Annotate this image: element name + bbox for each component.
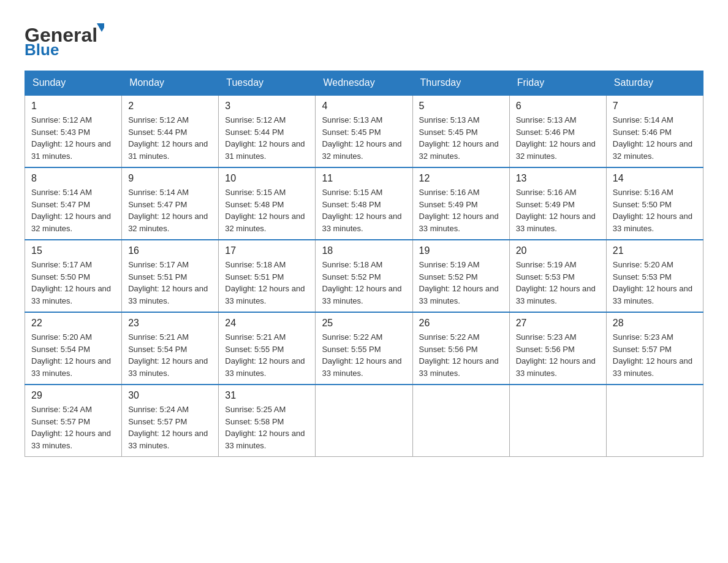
calendar-day-cell: 1 Sunrise: 5:12 AM Sunset: 5:43 PM Dayli… — [25, 95, 122, 167]
calendar-week-row: 29 Sunrise: 5:24 AM Sunset: 5:57 PM Dayl… — [25, 385, 703, 457]
calendar-day-cell: 8 Sunrise: 5:14 AM Sunset: 5:47 PM Dayli… — [25, 167, 122, 240]
calendar-day-cell: 22 Sunrise: 5:20 AM Sunset: 5:54 PM Dayl… — [25, 312, 122, 385]
day-number: 22 — [31, 318, 115, 329]
day-number: 9 — [128, 173, 212, 184]
day-number: 2 — [128, 101, 212, 112]
calendar-header-row: SundayMondayTuesdayWednesdayThursdayFrid… — [25, 71, 703, 96]
day-info: Sunrise: 5:13 AM Sunset: 5:46 PM Dayligh… — [516, 114, 600, 162]
calendar-day-cell: 13 Sunrise: 5:16 AM Sunset: 5:49 PM Dayl… — [509, 167, 606, 240]
day-of-week-wednesday: Wednesday — [316, 71, 412, 96]
calendar-day-cell — [606, 385, 703, 457]
day-number: 26 — [419, 318, 503, 329]
day-info: Sunrise: 5:24 AM Sunset: 5:57 PM Dayligh… — [31, 404, 115, 451]
logo: General Blue — [25, 18, 104, 58]
day-info: Sunrise: 5:19 AM Sunset: 5:52 PM Dayligh… — [419, 259, 503, 307]
calendar-day-cell: 6 Sunrise: 5:13 AM Sunset: 5:46 PM Dayli… — [509, 95, 606, 167]
day-info: Sunrise: 5:20 AM Sunset: 5:54 PM Dayligh… — [31, 331, 115, 379]
calendar-day-cell: 2 Sunrise: 5:12 AM Sunset: 5:44 PM Dayli… — [122, 95, 219, 167]
calendar-day-cell: 12 Sunrise: 5:16 AM Sunset: 5:49 PM Dayl… — [412, 167, 509, 240]
day-info: Sunrise: 5:16 AM Sunset: 5:49 PM Dayligh… — [419, 186, 503, 234]
day-number: 12 — [419, 173, 503, 184]
page-header: General Blue — [25, 18, 703, 58]
day-info: Sunrise: 5:21 AM Sunset: 5:55 PM Dayligh… — [225, 331, 309, 379]
day-info: Sunrise: 5:23 AM Sunset: 5:56 PM Dayligh… — [516, 331, 600, 379]
calendar-day-cell: 23 Sunrise: 5:21 AM Sunset: 5:54 PM Dayl… — [122, 312, 219, 385]
calendar-day-cell: 19 Sunrise: 5:19 AM Sunset: 5:52 PM Dayl… — [412, 240, 509, 312]
calendar-day-cell: 24 Sunrise: 5:21 AM Sunset: 5:55 PM Dayl… — [219, 312, 316, 385]
day-number: 31 — [225, 390, 309, 401]
day-number: 4 — [322, 101, 406, 112]
day-number: 7 — [613, 101, 697, 112]
day-info: Sunrise: 5:12 AM Sunset: 5:43 PM Dayligh… — [31, 114, 115, 162]
day-of-week-thursday: Thursday — [412, 71, 509, 96]
day-info: Sunrise: 5:24 AM Sunset: 5:57 PM Dayligh… — [128, 404, 212, 451]
calendar-day-cell: 30 Sunrise: 5:24 AM Sunset: 5:57 PM Dayl… — [122, 385, 219, 457]
calendar-week-row: 15 Sunrise: 5:17 AM Sunset: 5:50 PM Dayl… — [25, 240, 703, 312]
day-number: 23 — [128, 318, 212, 329]
day-number: 18 — [322, 245, 406, 256]
day-number: 17 — [225, 245, 309, 256]
day-number: 16 — [128, 245, 212, 256]
day-number: 11 — [322, 173, 406, 184]
day-info: Sunrise: 5:12 AM Sunset: 5:44 PM Dayligh… — [225, 114, 309, 162]
day-of-week-saturday: Saturday — [606, 71, 703, 96]
day-of-week-friday: Friday — [509, 71, 606, 96]
day-info: Sunrise: 5:23 AM Sunset: 5:57 PM Dayligh… — [613, 331, 697, 379]
day-number: 25 — [322, 318, 406, 329]
calendar-day-cell: 18 Sunrise: 5:18 AM Sunset: 5:52 PM Dayl… — [316, 240, 412, 312]
day-number: 15 — [31, 245, 115, 256]
day-info: Sunrise: 5:14 AM Sunset: 5:46 PM Dayligh… — [613, 114, 697, 162]
calendar-day-cell — [316, 385, 412, 457]
calendar-day-cell: 17 Sunrise: 5:18 AM Sunset: 5:51 PM Dayl… — [219, 240, 316, 312]
day-info: Sunrise: 5:21 AM Sunset: 5:54 PM Dayligh… — [128, 331, 212, 379]
day-number: 27 — [516, 318, 600, 329]
calendar-day-cell: 21 Sunrise: 5:20 AM Sunset: 5:53 PM Dayl… — [606, 240, 703, 312]
calendar-day-cell: 3 Sunrise: 5:12 AM Sunset: 5:44 PM Dayli… — [219, 95, 316, 167]
day-number: 20 — [516, 245, 600, 256]
day-info: Sunrise: 5:18 AM Sunset: 5:51 PM Dayligh… — [225, 259, 309, 307]
calendar-day-cell: 16 Sunrise: 5:17 AM Sunset: 5:51 PM Dayl… — [122, 240, 219, 312]
calendar-day-cell: 9 Sunrise: 5:14 AM Sunset: 5:47 PM Dayli… — [122, 167, 219, 240]
day-number: 13 — [516, 173, 600, 184]
day-info: Sunrise: 5:14 AM Sunset: 5:47 PM Dayligh… — [31, 186, 115, 234]
calendar-table: SundayMondayTuesdayWednesdayThursdayFrid… — [25, 71, 703, 457]
day-number: 19 — [419, 245, 503, 256]
day-info: Sunrise: 5:19 AM Sunset: 5:53 PM Dayligh… — [516, 259, 600, 307]
calendar-day-cell: 20 Sunrise: 5:19 AM Sunset: 5:53 PM Dayl… — [509, 240, 606, 312]
calendar-day-cell: 28 Sunrise: 5:23 AM Sunset: 5:57 PM Dayl… — [606, 312, 703, 385]
svg-text:Blue: Blue — [25, 40, 59, 58]
day-info: Sunrise: 5:16 AM Sunset: 5:50 PM Dayligh… — [613, 186, 697, 234]
day-number: 28 — [613, 318, 697, 329]
day-info: Sunrise: 5:22 AM Sunset: 5:56 PM Dayligh… — [419, 331, 503, 379]
day-number: 3 — [225, 101, 309, 112]
day-number: 14 — [613, 173, 697, 184]
calendar-day-cell: 4 Sunrise: 5:13 AM Sunset: 5:45 PM Dayli… — [316, 95, 412, 167]
day-of-week-tuesday: Tuesday — [219, 71, 316, 96]
logo-svg: General Blue — [25, 18, 104, 58]
calendar-day-cell: 11 Sunrise: 5:15 AM Sunset: 5:48 PM Dayl… — [316, 167, 412, 240]
day-number: 5 — [419, 101, 503, 112]
calendar-week-row: 1 Sunrise: 5:12 AM Sunset: 5:43 PM Dayli… — [25, 95, 703, 167]
day-number: 8 — [31, 173, 115, 184]
day-info: Sunrise: 5:22 AM Sunset: 5:55 PM Dayligh… — [322, 331, 406, 379]
day-of-week-monday: Monday — [122, 71, 219, 96]
calendar-day-cell — [412, 385, 509, 457]
day-info: Sunrise: 5:13 AM Sunset: 5:45 PM Dayligh… — [322, 114, 406, 162]
day-info: Sunrise: 5:16 AM Sunset: 5:49 PM Dayligh… — [516, 186, 600, 234]
calendar-day-cell: 14 Sunrise: 5:16 AM Sunset: 5:50 PM Dayl… — [606, 167, 703, 240]
calendar-week-row: 8 Sunrise: 5:14 AM Sunset: 5:47 PM Dayli… — [25, 167, 703, 240]
day-number: 6 — [516, 101, 600, 112]
day-info: Sunrise: 5:20 AM Sunset: 5:53 PM Dayligh… — [613, 259, 697, 307]
calendar-day-cell: 26 Sunrise: 5:22 AM Sunset: 5:56 PM Dayl… — [412, 312, 509, 385]
day-number: 10 — [225, 173, 309, 184]
day-info: Sunrise: 5:25 AM Sunset: 5:58 PM Dayligh… — [225, 404, 309, 451]
day-number: 1 — [31, 101, 115, 112]
day-info: Sunrise: 5:17 AM Sunset: 5:50 PM Dayligh… — [31, 259, 115, 307]
day-info: Sunrise: 5:12 AM Sunset: 5:44 PM Dayligh… — [128, 114, 212, 162]
calendar-day-cell: 25 Sunrise: 5:22 AM Sunset: 5:55 PM Dayl… — [316, 312, 412, 385]
calendar-day-cell: 15 Sunrise: 5:17 AM Sunset: 5:50 PM Dayl… — [25, 240, 122, 312]
day-info: Sunrise: 5:18 AM Sunset: 5:52 PM Dayligh… — [322, 259, 406, 307]
day-of-week-sunday: Sunday — [25, 71, 122, 96]
day-info: Sunrise: 5:17 AM Sunset: 5:51 PM Dayligh… — [128, 259, 212, 307]
day-info: Sunrise: 5:14 AM Sunset: 5:47 PM Dayligh… — [128, 186, 212, 234]
